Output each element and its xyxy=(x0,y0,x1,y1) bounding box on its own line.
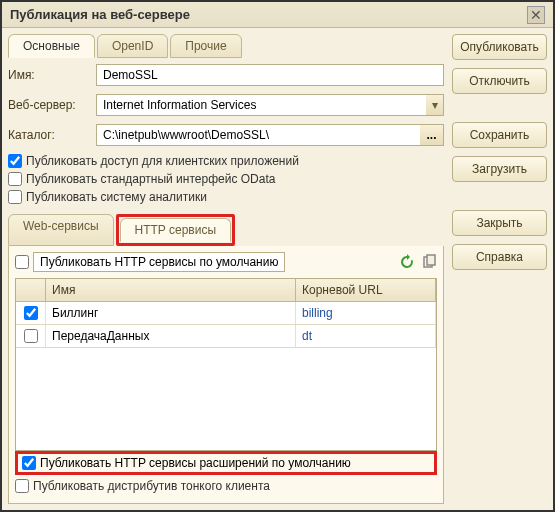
table-row[interactable]: Биллинг billing xyxy=(16,302,436,325)
row-name: Биллинг xyxy=(46,302,296,324)
col-check xyxy=(16,279,46,301)
table-row[interactable]: ПередачаДанных dt xyxy=(16,325,436,348)
titlebar: Публикация на веб-сервере ✕ xyxy=(2,2,553,28)
chk-client-access[interactable] xyxy=(8,154,22,168)
server-select[interactable] xyxy=(96,94,426,116)
row-name: ПередачаДанных xyxy=(46,325,296,347)
publish-button[interactable]: Опубликовать xyxy=(452,34,547,60)
chk-odata[interactable] xyxy=(8,172,22,186)
ext-default-label: Публиковать HTTP сервисы расширений по у… xyxy=(40,456,351,470)
chevron-down-icon[interactable]: ▾ xyxy=(426,94,444,116)
col-url: Корневой URL xyxy=(296,279,436,301)
window-title: Публикация на веб-сервере xyxy=(10,7,527,22)
row-checkbox[interactable] xyxy=(24,329,38,343)
col-name: Имя xyxy=(46,279,296,301)
http-services-table: Имя Корневой URL Биллинг billing Передач… xyxy=(15,278,437,451)
highlight-ext-default: Публиковать HTTP сервисы расширений по у… xyxy=(15,451,437,475)
name-input[interactable] xyxy=(96,64,444,86)
http-default-label: Публиковать HTTP сервисы по умолчанию xyxy=(33,252,285,272)
catalog-label: Каталог: xyxy=(8,128,88,142)
help-button[interactable]: Справка xyxy=(452,244,547,270)
close-button[interactable]: Закрыть xyxy=(452,210,547,236)
inner-tab-http[interactable]: HTTP сервисы xyxy=(120,218,232,242)
load-button[interactable]: Загрузить xyxy=(452,156,547,182)
row-url: dt xyxy=(296,325,436,347)
inner-tab-ws[interactable]: Web-сервисы xyxy=(8,214,114,246)
chk-ext-default[interactable] xyxy=(22,456,36,470)
thin-client-label: Публиковать дистрибутив тонкого клиента xyxy=(33,479,270,493)
chk-client-access-label: Публиковать доступ для клиентских прилож… xyxy=(26,154,299,168)
chk-thin-client[interactable] xyxy=(15,479,29,493)
catalog-browse-button[interactable]: ... xyxy=(420,124,444,146)
highlight-http-tab: HTTP сервисы xyxy=(116,214,236,246)
svg-rect-1 xyxy=(427,255,435,265)
row-url: billing xyxy=(296,302,436,324)
main-tabs: Основные OpenID Прочие xyxy=(8,34,444,58)
name-label: Имя: xyxy=(8,68,88,82)
chk-analytics[interactable] xyxy=(8,190,22,204)
save-button[interactable]: Сохранить xyxy=(452,122,547,148)
tab-other[interactable]: Прочие xyxy=(170,34,241,58)
refresh-icon[interactable] xyxy=(399,254,415,270)
disconnect-button[interactable]: Отключить xyxy=(452,68,547,94)
tab-openid[interactable]: OpenID xyxy=(97,34,168,58)
chk-http-default[interactable] xyxy=(15,255,29,269)
server-label: Веб-сервер: xyxy=(8,98,88,112)
row-checkbox[interactable] xyxy=(24,306,38,320)
tab-main[interactable]: Основные xyxy=(8,34,95,58)
chk-odata-label: Публиковать стандартный интерфейс OData xyxy=(26,172,275,186)
catalog-input[interactable] xyxy=(96,124,420,146)
copy-icon[interactable] xyxy=(421,254,437,270)
close-icon[interactable]: ✕ xyxy=(527,6,545,24)
chk-analytics-label: Публиковать систему аналитики xyxy=(26,190,207,204)
